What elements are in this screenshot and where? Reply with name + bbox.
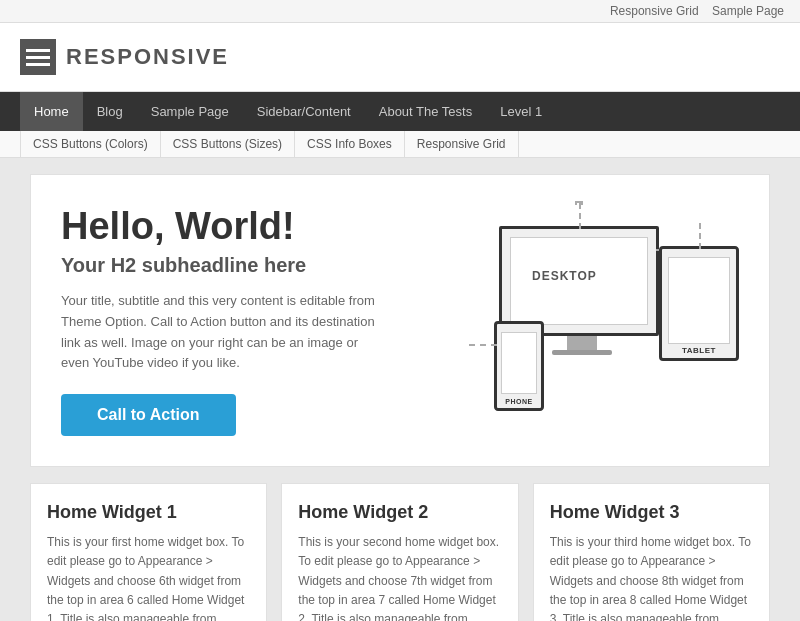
logo-bar <box>26 63 50 66</box>
cta-button[interactable]: Call to Action <box>61 394 236 436</box>
nav-item-home[interactable]: Home <box>20 92 83 131</box>
monitor-base <box>552 350 612 355</box>
logo-hamburger-icon <box>20 39 56 75</box>
sub-nav: CSS Buttons (Colors) CSS Buttons (Sizes)… <box>0 131 800 158</box>
widget-box-1: Home Widget 1 This is your first home wi… <box>30 483 267 621</box>
hero-device-illustration: DESKTOP TABLET PHONE <box>479 226 739 416</box>
site-logo-text: RESPONSIVE <box>66 44 229 70</box>
logo-bar <box>26 49 50 52</box>
nav-item-sample[interactable]: Sample Page <box>137 92 243 131</box>
dashed-arrow-phone-left <box>469 344 497 346</box>
widget-3-title: Home Widget 3 <box>550 502 753 523</box>
widget-1-title: Home Widget 1 <box>47 502 250 523</box>
subnav-item-css-info[interactable]: CSS Info Boxes <box>295 131 405 157</box>
nav-item-level1[interactable]: Level 1 <box>486 92 556 131</box>
widget-box-3: Home Widget 3 This is your third home wi… <box>533 483 770 621</box>
tablet-device: TABLET <box>659 246 739 361</box>
arrow-head-top <box>575 201 583 205</box>
dashed-arrow-tablet-top <box>699 223 701 249</box>
dashed-arrow-top <box>579 203 581 229</box>
tablet-screen <box>668 257 730 344</box>
phone-device: PHONE <box>494 321 544 411</box>
monitor-stand <box>567 336 597 350</box>
main-wrapper: Hello, World! Your H2 subheadline here Y… <box>20 174 780 621</box>
site-header: RESPONSIVE <box>0 23 800 92</box>
nav-item-blog[interactable]: Blog <box>83 92 137 131</box>
phone-screen <box>501 332 537 394</box>
widget-2-title: Home Widget 2 <box>298 502 501 523</box>
hero-subheading: Your H2 subheadline here <box>61 254 459 277</box>
widgets-row: Home Widget 1 This is your first home wi… <box>30 483 770 621</box>
subnav-item-css-sizes[interactable]: CSS Buttons (Sizes) <box>161 131 295 157</box>
nav-item-about[interactable]: About The Tests <box>365 92 486 131</box>
subnav-item-css-colors[interactable]: CSS Buttons (Colors) <box>20 131 161 157</box>
widget-2-text: This is your second home widget box. To … <box>298 533 501 621</box>
logo-bar <box>26 56 50 59</box>
tablet-label: TABLET <box>682 346 716 355</box>
desktop-label: DESKTOP <box>532 269 597 283</box>
top-bar: Responsive Grid Sample Page <box>0 0 800 23</box>
topbar-link-grid[interactable]: Responsive Grid <box>610 4 699 18</box>
hero-heading: Hello, World! <box>61 205 459 248</box>
nav-item-sidebar[interactable]: Sidebar/Content <box>243 92 365 131</box>
widget-box-2: Home Widget 2 This is your second home w… <box>281 483 518 621</box>
widget-1-text: This is your first home widget box. To e… <box>47 533 250 621</box>
main-nav: Home Blog Sample Page Sidebar/Content Ab… <box>0 92 800 131</box>
desktop-monitor: DESKTOP <box>499 226 659 336</box>
hero-body-text: Your title, subtitle and this very conte… <box>61 291 381 374</box>
site-logo: RESPONSIVE <box>20 39 229 75</box>
subnav-item-responsive-grid[interactable]: Responsive Grid <box>405 131 519 157</box>
phone-label: PHONE <box>505 398 532 405</box>
topbar-link-sample[interactable]: Sample Page <box>712 4 784 18</box>
widget-3-text: This is your third home widget box. To e… <box>550 533 753 621</box>
hero-content: Hello, World! Your H2 subheadline here Y… <box>61 205 459 436</box>
hero-section: Hello, World! Your H2 subheadline here Y… <box>30 174 770 467</box>
